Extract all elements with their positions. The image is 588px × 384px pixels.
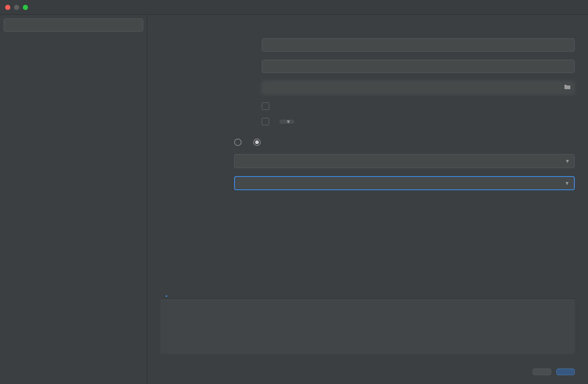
structure-body — [161, 299, 575, 354]
search-input[interactable] — [4, 18, 143, 32]
structure-tab[interactable] — [166, 288, 167, 297]
vcs-select[interactable]: ▼ — [279, 120, 294, 123]
maximize-icon[interactable] — [23, 5, 28, 10]
solution-name-input[interactable] — [262, 38, 575, 52]
minimize-icon[interactable] — [14, 5, 19, 10]
chevron-down-icon: ▼ — [565, 158, 570, 164]
chevron-down-icon: ▼ — [564, 180, 570, 186]
same-dir-checkbox[interactable] — [262, 102, 269, 110]
folder-icon[interactable] — [564, 84, 571, 92]
create-button[interactable] — [556, 369, 575, 375]
cancel-button[interactable] — [533, 369, 551, 375]
template-sidebar — [0, 15, 147, 384]
window-controls — [0, 5, 28, 10]
titlebar — [0, 0, 588, 15]
project-name-input[interactable] — [262, 60, 575, 73]
sam-template-select[interactable]: ▼ — [234, 176, 575, 190]
package-type-zip-radio[interactable] — [234, 139, 242, 146]
solution-directory-input[interactable] — [262, 81, 575, 94]
close-icon[interactable] — [5, 5, 10, 10]
package-type-image-radio[interactable] — [253, 139, 261, 146]
create-repo-checkbox[interactable] — [262, 118, 269, 125]
chevron-down-icon: ▼ — [286, 119, 291, 125]
runtime-select[interactable]: ▼ — [234, 154, 575, 168]
